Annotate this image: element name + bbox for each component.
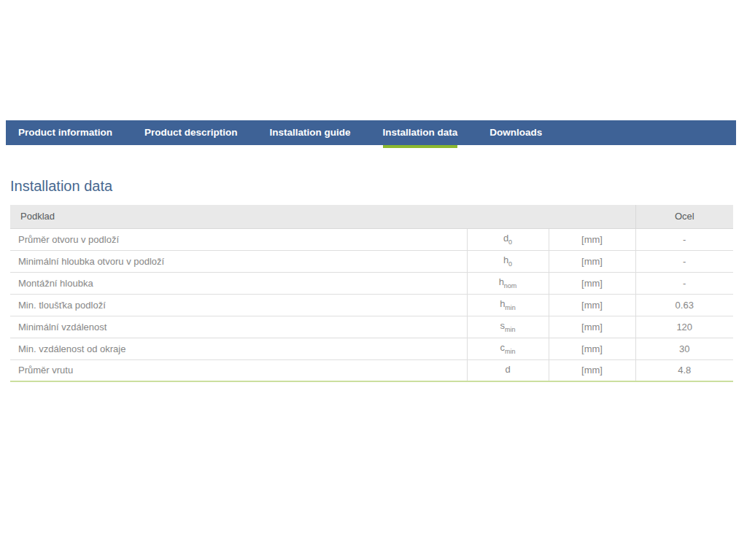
symbol-subscript: min [505,304,516,311]
symbol-subscript: min [505,348,516,355]
row-value: 0.63 [635,294,733,316]
table-row: Min. vzdálenost od okraje cmin [mm] 30 [10,338,733,359]
row-unit: [mm] [549,272,635,294]
row-label: Montážní hloubka [10,272,467,294]
row-value: 4.8 [635,359,733,381]
row-symbol: smin [467,316,549,338]
row-unit: [mm] [549,316,635,338]
row-label: Min. tloušťka podloží [10,294,467,316]
row-value: - [635,250,733,272]
tab-installation-guide[interactable]: Installation guide [270,120,351,145]
tab-installation-data[interactable]: Installation data [383,120,458,145]
row-unit: [mm] [549,359,635,381]
symbol-base: d [505,364,510,375]
symbol-base: h [499,276,504,287]
header-cell-podklad: Podklad [10,205,635,228]
symbol-subscript: 0 [508,238,512,246]
row-unit: [mm] [549,228,635,250]
table-row: Min. tloušťka podloží hmin [mm] 0.63 [10,294,733,316]
table-row: Minimální vzdálenost smin [mm] 120 [10,316,733,338]
tab-product-description[interactable]: Product description [144,120,238,145]
table-row: Průměr otvoru v podloží d0 [mm] - [10,228,733,250]
row-label: Minimální hloubka otvoru v podloží [10,250,467,272]
row-symbol: hnom [467,272,549,294]
row-label: Průměr otvoru v podloží [10,228,467,250]
header-cell-ocel: Ocel [635,205,733,228]
row-symbol: h0 [467,250,549,272]
row-symbol: cmin [467,338,549,359]
installation-data-table: Podklad Ocel Průměr otvoru v podloží d0 … [10,205,733,382]
row-value: - [635,272,733,294]
tab-product-information[interactable]: Product information [18,120,112,145]
symbol-subscript: min [505,326,516,333]
tab-downloads[interactable]: Downloads [489,120,542,145]
row-symbol: hmin [467,294,549,316]
row-unit: [mm] [549,294,635,316]
page-title: Installation data [10,178,112,195]
table-row: Montážní hloubka hnom [mm] - [10,272,733,294]
row-value: 30 [635,338,733,359]
table-header-row: Podklad Ocel [10,205,733,228]
table-row: Minimální hloubka otvoru v podloží h0 [m… [10,250,733,272]
table-header: Podklad Ocel [10,205,733,228]
row-symbol: d0 [467,228,549,250]
row-label: Minimální vzdálenost [10,316,467,338]
row-unit: [mm] [549,338,635,359]
row-label: Průměr vrutu [10,359,467,381]
table-body: Průměr otvoru v podloží d0 [mm] - Minimá… [10,228,733,381]
symbol-subscript: 0 [508,260,512,268]
row-label: Min. vzdálenost od okraje [10,338,467,359]
product-tab-bar: Product information Product description … [6,120,736,145]
row-symbol: d [467,359,549,381]
table-row: Průměr vrutu d [mm] 4.8 [10,359,733,381]
symbol-subscript: nom [504,282,517,289]
row-value: - [635,228,733,250]
row-unit: [mm] [549,250,635,272]
row-value: 120 [635,316,733,338]
